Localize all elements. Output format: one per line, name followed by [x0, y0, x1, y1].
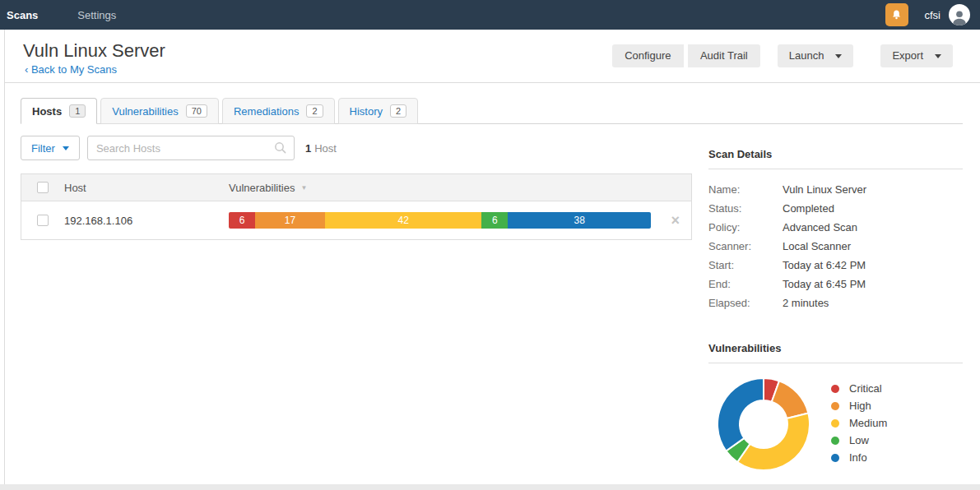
tab-remediations-count-badge: 2 [306, 104, 323, 118]
nav-settings[interactable]: Settings [77, 9, 116, 21]
detail-label: Start: [708, 256, 783, 275]
username[interactable]: cfsi [925, 9, 941, 21]
detail-label: Elapsed: [708, 294, 783, 312]
launch-button[interactable]: Launch [778, 44, 854, 67]
severity-segment-medium[interactable]: 42 [325, 212, 481, 229]
severity-segment-info[interactable]: 38 [508, 212, 651, 229]
page-bottom-strip [0, 484, 980, 490]
detail-label: Scanner: [708, 237, 783, 256]
sort-descending-icon: ▼ [300, 184, 307, 192]
tab-hosts-count-badge: 1 [69, 104, 86, 118]
detail-row-elapsed: Elapsed: 2 minutes [708, 294, 963, 312]
legend-item-info: Info [831, 449, 887, 466]
host-count-number: 1 [305, 142, 311, 155]
search-wrap [87, 136, 295, 160]
legend-label-medium: Medium [849, 417, 887, 429]
tab-hosts[interactable]: Hosts 1 [21, 98, 97, 124]
tab-hosts-label: Hosts [32, 105, 62, 118]
legend-label-high: High [849, 400, 871, 412]
detail-row-end: End: Today at 6:45 PM [708, 275, 963, 294]
bell-icon [890, 9, 903, 21]
divider [708, 169, 963, 169]
chevron-down-icon [935, 54, 941, 58]
person-icon [950, 7, 968, 25]
detail-value: Today at 6:45 PM [783, 275, 866, 294]
chevron-down-icon [63, 146, 69, 150]
detail-label: Policy: [708, 218, 783, 237]
scan-results-page: Scans Settings cfsi Vuln Linux Server ‹ … [0, 0, 980, 490]
detail-value: Local Scanner [783, 237, 851, 256]
hosts-toolbar: Filter 1Host [21, 136, 337, 160]
detail-value: Vuln Linux Server [783, 180, 866, 199]
hosts-table-header: Host Vulnerabilities ▼ [21, 174, 691, 201]
legend-item-low: Low [831, 432, 887, 449]
host-ip[interactable]: 192.168.1.106 [64, 215, 229, 227]
search-icon [273, 141, 288, 159]
detail-value: 2 minutes [783, 294, 829, 312]
chevron-down-icon [835, 54, 842, 58]
page-header: Vuln Linux Server ‹ Back to My Scans Con… [5, 30, 980, 82]
tab-vulnerabilities-count-badge: 70 [186, 104, 207, 118]
tab-remediations-label: Remediations [234, 105, 300, 118]
launch-button-label: Launch [789, 44, 824, 67]
severity-segment-low[interactable]: 6 [481, 212, 508, 229]
detail-value: Completed [783, 199, 834, 218]
page-left-edge [4, 30, 5, 490]
detail-label: Name: [708, 180, 783, 199]
column-header-vulnerabilities[interactable]: Vulnerabilities ▼ [229, 182, 691, 194]
back-to-my-scans-link[interactable]: ‹ Back to My Scans [25, 63, 117, 76]
hosts-table: Host Vulnerabilities ▼ 192.168.1.106 617… [21, 173, 692, 240]
severity-segment-high[interactable]: 17 [255, 212, 325, 229]
vulnerabilities-panel-title: Vulnerabilities [708, 342, 963, 354]
legend-dot-medium [831, 419, 839, 428]
donut-chart [716, 377, 811, 475]
filter-button-label: Filter [31, 142, 55, 155]
host-row-checkbox[interactable] [37, 215, 49, 226]
divider [708, 363, 963, 363]
severity-segment-critical[interactable]: 6 [229, 212, 255, 229]
notifications-button[interactable] [885, 3, 908, 26]
detail-value: Today at 6:42 PM [783, 256, 866, 275]
severity-bar[interactable]: 61742638 [229, 212, 651, 229]
donut-slice-high [772, 381, 809, 418]
tab-vulnerabilities-label: Vulnerabilities [112, 105, 178, 118]
column-header-vulnerabilities-label: Vulnerabilities [229, 182, 295, 194]
host-row-vulnerabilities-cell: 61742638 × [229, 212, 691, 229]
top-navigation-bar: Scans Settings cfsi [0, 0, 980, 30]
configure-button[interactable]: Configure [612, 44, 683, 67]
page-title: Vuln Linux Server [23, 40, 165, 62]
scan-details-sidebar: Scan Details Name: Vuln Linux Server Sta… [708, 148, 963, 475]
column-header-host[interactable]: Host [64, 182, 229, 194]
donut-slice-info [718, 378, 764, 451]
scan-details-title: Scan Details [708, 148, 963, 160]
remove-host-icon[interactable]: × [671, 213, 680, 228]
donut-legend: CriticalHighMediumLowInfo [831, 377, 887, 475]
host-count: 1Host [305, 142, 337, 155]
tab-remediations[interactable]: Remediations 2 [222, 98, 335, 124]
nav-scans[interactable]: Scans [7, 9, 38, 21]
user-avatar[interactable] [949, 4, 970, 25]
tab-history-count-badge: 2 [390, 104, 406, 118]
legend-label-low: Low [849, 434, 869, 446]
detail-row-scanner: Scanner: Local Scanner [708, 237, 963, 256]
filter-button[interactable]: Filter [21, 136, 80, 160]
detail-row-name: Name: Vuln Linux Server [708, 180, 963, 199]
legend-dot-critical [831, 385, 839, 393]
tab-vulnerabilities[interactable]: Vulnerabilities 70 [100, 98, 219, 124]
detail-label: Status: [708, 199, 783, 218]
header-divider [5, 82, 980, 83]
export-button-label: Export [892, 44, 923, 67]
legend-item-critical: Critical [831, 380, 887, 397]
audit-trail-button[interactable]: Audit Trail [688, 44, 760, 67]
legend-dot-high [831, 402, 839, 410]
tab-history[interactable]: History 2 [338, 98, 419, 124]
legend-dot-info [831, 454, 839, 462]
configure-audit-button-group: Configure Audit Trail [612, 44, 760, 67]
export-button[interactable]: Export [880, 44, 953, 67]
search-hosts-input[interactable] [87, 136, 295, 160]
host-row[interactable]: 192.168.1.106 61742638 × [21, 201, 691, 239]
select-all-checkbox[interactable] [37, 182, 49, 193]
host-count-label: Host [314, 142, 337, 155]
legend-label-critical: Critical [849, 382, 882, 395]
legend-label-info: Info [849, 451, 867, 464]
